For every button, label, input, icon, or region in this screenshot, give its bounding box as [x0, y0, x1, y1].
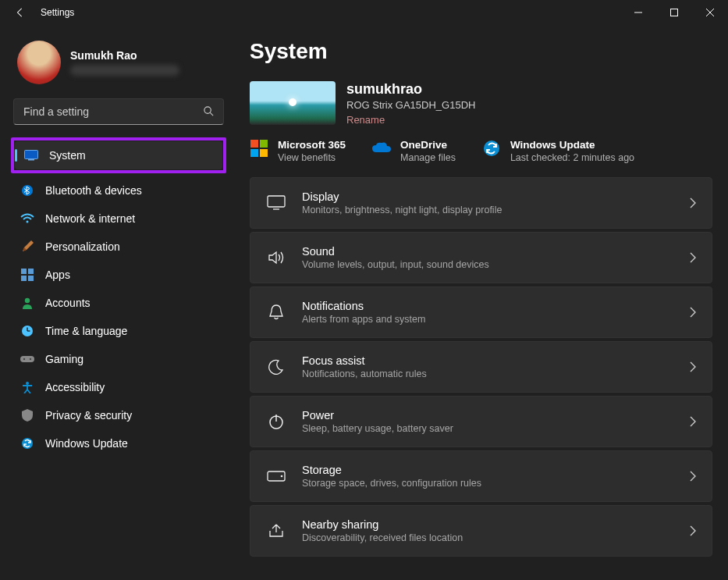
sidebar-item-accounts[interactable]: Accounts — [11, 289, 226, 317]
svg-rect-7 — [28, 159, 34, 161]
device-header: sumukhrao ROG Strix GA15DH_G15DH Rename — [250, 81, 712, 126]
svg-point-21 — [26, 382, 29, 385]
apps-icon — [20, 268, 34, 282]
page-title: System — [250, 39, 712, 64]
sidebar-item-personalization[interactable]: Personalization — [11, 233, 226, 261]
row-title: Sound — [302, 245, 690, 258]
status-title: Windows Update — [510, 139, 634, 151]
onedrive-icon — [372, 139, 391, 158]
sidebar-item-network[interactable]: Network & internet — [11, 205, 226, 233]
bluetooth-icon — [20, 183, 34, 197]
display-icon — [24, 148, 38, 162]
row-title: Notifications — [302, 300, 690, 312]
user-email-redacted — [70, 65, 179, 76]
sidebar-item-update[interactable]: Windows Update — [11, 429, 226, 457]
device-hostname: sumukhrao — [346, 81, 475, 98]
search-input[interactable] — [13, 98, 224, 125]
sidebar-item-system[interactable]: System — [15, 141, 222, 169]
row-sub: Storage space, drives, configuration rul… — [302, 478, 690, 489]
nav-label: Personalization — [45, 240, 120, 253]
row-title: Focus assist — [302, 354, 690, 367]
nav-label: Privacy & security — [45, 409, 132, 422]
row-sub: Notifications, automatic rules — [302, 368, 690, 379]
svg-rect-12 — [21, 276, 27, 281]
person-icon — [20, 296, 34, 310]
device-wallpaper-thumb — [250, 81, 336, 125]
chevron-right-icon — [690, 361, 696, 372]
user-name: Sumukh Rao — [70, 49, 179, 62]
sidebar: Sumukh Rao System Bluetooth & devices Ne… — [0, 25, 234, 580]
search-box[interactable] — [13, 98, 224, 125]
nav-label: Accessibility — [45, 381, 105, 393]
maximize-button[interactable] — [656, 0, 692, 25]
minimize-button[interactable] — [620, 0, 656, 25]
svg-point-20 — [30, 358, 31, 360]
row-focus-assist[interactable]: Focus assistNotifications, automatic rul… — [250, 341, 712, 393]
status-update[interactable]: Windows Update Last checked: 2 minutes a… — [482, 139, 634, 163]
chevron-right-icon — [690, 471, 696, 482]
svg-rect-18 — [20, 356, 34, 362]
svg-rect-26 — [260, 149, 268, 157]
window-title: Settings — [41, 7, 74, 18]
svg-rect-24 — [260, 140, 268, 148]
row-notifications[interactable]: NotificationsAlerts from apps and system — [250, 286, 712, 338]
status-m365[interactable]: Microsoft 365 View benefits — [250, 139, 346, 163]
microsoft-365-icon — [250, 139, 268, 158]
status-sub: View benefits — [278, 152, 346, 163]
nav-label: Bluetooth & devices — [45, 184, 142, 197]
user-profile[interactable]: Sumukh Rao — [17, 41, 226, 84]
sidebar-item-privacy[interactable]: Privacy & security — [11, 401, 226, 429]
row-sub: Volume levels, output, input, sound devi… — [302, 259, 690, 270]
row-sub: Discoverability, received files location — [302, 532, 690, 543]
rename-link[interactable]: Rename — [346, 114, 385, 126]
clock-icon — [20, 324, 34, 338]
row-power[interactable]: PowerSleep, battery usage, battery saver — [250, 396, 712, 447]
storage-icon — [266, 466, 286, 486]
gamepad-icon — [20, 352, 34, 366]
nav-label: Network & internet — [45, 212, 135, 225]
sidebar-item-accessibility[interactable]: Accessibility — [11, 373, 226, 401]
paintbrush-icon — [20, 240, 34, 254]
row-title: Power — [302, 409, 690, 422]
shield-icon — [20, 408, 34, 422]
svg-rect-11 — [28, 269, 34, 274]
row-sub: Alerts from apps and system — [302, 314, 690, 325]
svg-point-33 — [281, 475, 283, 478]
svg-rect-28 — [268, 196, 285, 207]
status-sub: Manage files — [400, 152, 456, 163]
svg-line-5 — [210, 112, 213, 116]
row-sound[interactable]: SoundVolume levels, output, input, sound… — [250, 232, 712, 283]
chevron-right-icon — [690, 525, 696, 536]
row-nearby-sharing[interactable]: Nearby sharingDiscoverability, received … — [250, 505, 712, 557]
sound-icon — [266, 247, 286, 268]
avatar — [17, 41, 61, 84]
row-storage[interactable]: StorageStorage space, drives, configurat… — [250, 450, 712, 502]
svg-point-14 — [25, 298, 30, 303]
chevron-right-icon — [690, 197, 696, 208]
status-onedrive[interactable]: OneDrive Manage files — [372, 139, 456, 163]
chevron-right-icon — [690, 416, 696, 427]
back-button[interactable] — [14, 6, 27, 19]
power-icon — [266, 411, 286, 432]
status-title: OneDrive — [400, 139, 456, 151]
svg-rect-23 — [250, 140, 258, 148]
device-model: ROG Strix GA15DH_G15DH — [346, 99, 475, 111]
svg-rect-6 — [25, 151, 38, 159]
row-title: Storage — [302, 464, 690, 476]
svg-point-4 — [204, 107, 211, 113]
svg-rect-10 — [21, 269, 27, 274]
bell-icon — [266, 302, 286, 322]
svg-point-9 — [27, 221, 29, 223]
sidebar-item-apps[interactable]: Apps — [11, 261, 226, 289]
chevron-right-icon — [690, 307, 696, 318]
row-title: Nearby sharing — [302, 518, 690, 531]
row-title: Display — [302, 190, 690, 203]
sidebar-item-bluetooth[interactable]: Bluetooth & devices — [11, 176, 226, 205]
accessibility-icon — [20, 380, 34, 394]
share-icon — [266, 521, 286, 541]
nav-label: Gaming — [45, 353, 83, 365]
row-display[interactable]: DisplayMonitors, brightness, night light… — [250, 177, 712, 229]
sidebar-item-time[interactable]: Time & language — [11, 317, 226, 345]
sidebar-item-gaming[interactable]: Gaming — [11, 345, 226, 373]
close-button[interactable] — [692, 0, 728, 25]
